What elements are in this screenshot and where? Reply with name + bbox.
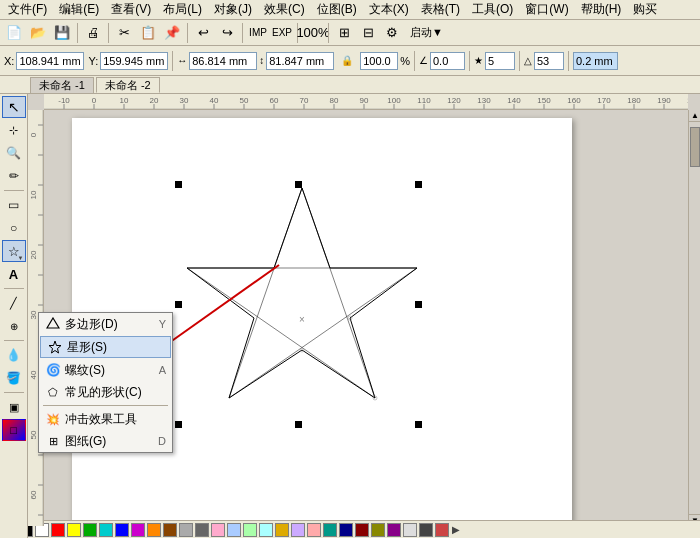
menu-item-graph[interactable]: ⊞ 图纸(G) D	[39, 430, 172, 452]
x-input[interactable]	[16, 52, 84, 70]
menu-item-layout[interactable]: 布局(L)	[157, 0, 208, 20]
new-button[interactable]: 📄	[3, 22, 25, 44]
palette-orange[interactable]	[147, 523, 161, 537]
svg-text:90: 90	[360, 96, 369, 105]
toolbar1: 📄 📂 💾 🖨 ✂ 📋 📌 ↩ ↪ IMP EXP 100% ⊞ ⊟ ⚙ 启动▼	[0, 20, 700, 46]
menu-item-shapes[interactable]: ⬠ 常见的形状(C)	[39, 381, 172, 403]
palette-lavender[interactable]	[291, 523, 305, 537]
scroll-up-button[interactable]: ▲	[689, 110, 700, 122]
palette-red[interactable]	[51, 523, 65, 537]
start-button[interactable]: 启动▼	[405, 22, 448, 44]
palette-gray2[interactable]	[195, 523, 209, 537]
size-input[interactable]	[573, 52, 618, 70]
points-label: ★	[474, 55, 483, 66]
handle-bc	[295, 421, 302, 428]
tool-text[interactable]: A	[2, 263, 26, 285]
scale-input[interactable]	[360, 52, 398, 70]
palette-gold[interactable]	[275, 523, 289, 537]
tool-select[interactable]: ↖	[2, 96, 26, 118]
menu-graph-label: 图纸(G)	[65, 433, 106, 450]
open-button[interactable]: 📂	[27, 22, 49, 44]
palette-blue[interactable]	[115, 523, 129, 537]
import-button[interactable]: IMP	[247, 22, 269, 44]
menu-item-window[interactable]: 窗口(W)	[519, 0, 574, 20]
menu-item-impact[interactable]: 💥 冲击效果工具	[39, 408, 172, 430]
zoom-button[interactable]: 100%	[302, 22, 324, 44]
settings-button[interactable]: ⚙	[381, 22, 403, 44]
sharp-input[interactable]	[534, 52, 564, 70]
undo-button[interactable]: ↩	[192, 22, 214, 44]
palette-magenta[interactable]	[131, 523, 145, 537]
palette-ltblue[interactable]	[227, 523, 241, 537]
tool-freehand[interactable]: ✏	[2, 165, 26, 187]
menu-item-help[interactable]: 帮助(H)	[575, 0, 628, 20]
palette-ltcyan[interactable]	[259, 523, 273, 537]
tool-polygon[interactable]: ☆ ▼	[2, 240, 26, 262]
menu-item-buy[interactable]: 购买	[627, 0, 663, 20]
svg-text:40: 40	[29, 370, 38, 379]
tool-eyedropper[interactable]: 💧	[2, 344, 26, 366]
svg-text:30: 30	[180, 96, 189, 105]
tool-zoom[interactable]: 🔍	[2, 142, 26, 164]
menu-item-tools[interactable]: 工具(O)	[466, 0, 519, 20]
svg-text:30: 30	[29, 310, 38, 319]
y-input[interactable]	[100, 52, 168, 70]
menu-item-view[interactable]: 查看(V)	[105, 0, 157, 20]
palette-expand[interactable]: ▶	[452, 524, 460, 535]
palette-ltgray[interactable]	[403, 523, 417, 537]
tool-interactive[interactable]: ⊕	[2, 315, 26, 337]
export-button[interactable]: EXP	[271, 22, 293, 44]
svg-text:50: 50	[29, 430, 38, 439]
angle-input[interactable]	[430, 52, 465, 70]
tab-1[interactable]: 未命名 -1	[30, 77, 94, 93]
tab-2[interactable]: 未命名 -2	[96, 77, 160, 93]
palette-pink[interactable]	[211, 523, 225, 537]
menu-item-bitmap[interactable]: 位图(B)	[311, 0, 363, 20]
tool-node[interactable]: ⊹	[2, 119, 26, 141]
menu-item-text[interactable]: 文本(X)	[363, 0, 415, 20]
grid-button[interactable]: ⊟	[357, 22, 379, 44]
menu-item-object[interactable]: 对象(J)	[208, 0, 258, 20]
tool-ellipse[interactable]: ○	[2, 217, 26, 239]
lock-ratio-button[interactable]: 🔒	[336, 50, 358, 72]
copy-button[interactable]: 📋	[137, 22, 159, 44]
palette-green[interactable]	[83, 523, 97, 537]
palette-purple[interactable]	[387, 523, 401, 537]
palette-olive[interactable]	[371, 523, 385, 537]
palette-dkgray[interactable]	[419, 523, 433, 537]
tool-rectangle[interactable]: ▭	[2, 194, 26, 216]
redo-button[interactable]: ↪	[216, 22, 238, 44]
palette-gray1[interactable]	[179, 523, 193, 537]
menu-item-table[interactable]: 表格(T)	[415, 0, 466, 20]
menu-item-polygon[interactable]: 多边形(D) Y	[39, 313, 172, 335]
menu-item-effects[interactable]: 效果(C)	[258, 0, 311, 20]
print-button[interactable]: 🖨	[82, 22, 104, 44]
tool-connector[interactable]: ╱	[2, 292, 26, 314]
scrollbar-vertical[interactable]: ▲ ▼	[688, 110, 700, 526]
height-input[interactable]	[266, 52, 334, 70]
palette-teal[interactable]	[323, 523, 337, 537]
palette-navy[interactable]	[339, 523, 353, 537]
palette-lime[interactable]	[243, 523, 257, 537]
save-button[interactable]: 💾	[51, 22, 73, 44]
tool-outline[interactable]: ▣	[2, 396, 26, 418]
menu-item-spiral[interactable]: 🌀 螺纹(S) A	[39, 359, 172, 381]
menu-item-file[interactable]: 文件(F)	[2, 0, 53, 20]
tool-fill[interactable]: 🪣	[2, 367, 26, 389]
paste-button[interactable]: 📌	[161, 22, 183, 44]
menu-item-star[interactable]: 星形(S)	[40, 336, 171, 358]
tool-color[interactable]: □	[2, 419, 26, 441]
points-input[interactable]	[485, 52, 515, 70]
palette-maroon[interactable]	[355, 523, 369, 537]
menu-shapes-label: 常见的形状(C)	[65, 384, 142, 401]
palette-yellow[interactable]	[67, 523, 81, 537]
width-input[interactable]	[189, 52, 257, 70]
palette-red2[interactable]	[435, 523, 449, 537]
palette-salmon[interactable]	[307, 523, 321, 537]
palette-brown[interactable]	[163, 523, 177, 537]
cut-button[interactable]: ✂	[113, 22, 135, 44]
menu-item-edit[interactable]: 编辑(E)	[53, 0, 105, 20]
palette-cyan[interactable]	[99, 523, 113, 537]
scroll-thumb-v[interactable]	[690, 127, 700, 167]
snap-button[interactable]: ⊞	[333, 22, 355, 44]
